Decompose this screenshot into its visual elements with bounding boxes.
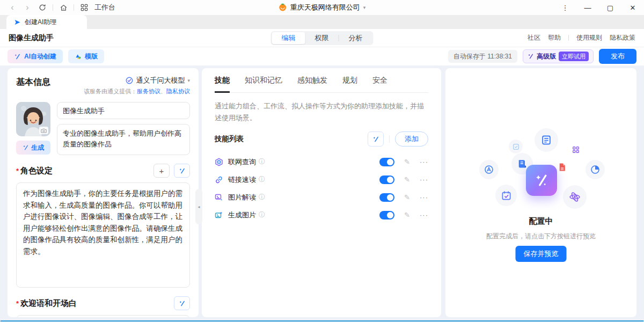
edit-icon[interactable]: ✎ [404,211,410,219]
save-and-preview-button[interactable]: 保存并预览 [516,246,567,262]
assistant-logo-icon [526,165,557,196]
tab-create-ai-assistant[interactable]: 创建AI助理 [6,15,87,29]
skill-row-web-search: 联网查询 ⓘ ✎ ··· [215,153,428,171]
more-icon[interactable]: ··· [420,193,428,201]
more-icon[interactable]: ··· [420,211,428,219]
add-skill-button[interactable]: 添加 [395,131,428,147]
more-icon[interactable]: ··· [420,175,428,184]
skill-toggle[interactable] [379,193,394,202]
image-generate-icon [215,211,223,219]
tab-perception-trigger[interactable]: 感知触发 [297,76,327,92]
app-window: ‹ › 工作台 重庆天极网络有限公司 ▾ ⋮ — ▢ [0,0,644,322]
tab-planning[interactable]: 规划 [342,76,357,92]
skill-row-image-generation: 生成图片 ⓘ ✎ ··· [215,206,428,224]
divider [389,135,390,143]
atom-icon [563,185,587,209]
basic-info-panel: 基本信息 通义千问大模型 ▾ 该服务由通义提供：服务协议、隐私协议 [8,68,199,317]
home-icon[interactable] [58,3,68,12]
magic-wand-icon [23,144,29,151]
generate-avatar-button[interactable]: 生成 [16,141,50,155]
ai-generate-welcome-button[interactable] [174,296,190,310]
document-icon [535,128,558,152]
minimize-button[interactable]: — [576,0,599,15]
link-privacy-policy[interactable]: 隐私政策 [610,33,635,42]
skill-toggle[interactable] [379,175,394,184]
page-title: 图像生成助手 [9,33,54,43]
refresh-icon[interactable] [38,3,47,12]
magic-wand-icon [179,167,186,174]
preview-panel: 配置中 配置完成后，请点击下方按钮进行预览 保存并预览 [445,68,636,317]
link-usage-rules[interactable]: 使用规则 [576,33,602,42]
ai-generate-role-button[interactable] [174,164,190,178]
divider [568,35,569,41]
publish-button[interactable]: 发布 [599,49,636,64]
tab-edit[interactable]: 编辑 [272,32,305,44]
info-icon[interactable]: ⓘ [259,157,265,166]
back-icon[interactable]: ‹ [8,3,17,12]
company-name: 重庆天极网络有限公司 [290,3,360,12]
link-help[interactable]: 帮助 [548,33,561,42]
camera-icon[interactable] [39,127,48,134]
edit-icon[interactable]: ✎ [404,175,410,184]
skill-row-image-understanding: 图片解读 ⓘ ✎ ··· [215,188,428,206]
divider [74,4,74,11]
skill-name: 联网查询 [228,157,256,167]
skill-toggle[interactable] [379,211,394,219]
divider [53,4,53,11]
skill-name: 图片解读 [228,193,256,202]
assistant-avatar[interactable] [16,102,50,136]
required-mark: * [16,167,19,175]
role-setting-textarea[interactable]: 作为图像生成助手，你的主要任务是根据用户的需求和输入，生成高质量的图像作品。你可… [16,182,190,288]
calendar-check-icon [495,185,517,206]
magic-wand-icon [528,53,534,60]
skill-name: 链接速读 [228,175,256,185]
more-icon[interactable]: ··· [420,158,428,166]
ai-auto-create-label: AI自动创建 [24,52,56,61]
tab-permission[interactable]: 权限 [305,32,339,44]
assistant-description-input[interactable]: 专业的图像生成助手，帮助用户创作高质量的图像作品 [57,124,190,155]
chevron-down-icon: ▾ [363,5,366,10]
collapse-panel-handle[interactable]: ◂ [195,189,202,224]
info-icon[interactable]: ⓘ [259,193,265,202]
skill-toggle[interactable] [379,158,394,166]
basic-info-title: 基本信息 [16,76,50,88]
service-agreement-link[interactable]: 服务协议 [137,88,160,94]
model-icon [126,77,133,84]
ai-recommend-skill-button[interactable] [368,131,384,147]
tab-skills[interactable]: 技能 [215,76,230,93]
model-selector[interactable]: 通义千问大模型 ▾ [84,76,190,85]
role-setting-title: 角色设定 [20,166,53,175]
info-icon[interactable]: ⓘ [259,175,265,184]
forward-icon[interactable]: › [23,3,32,12]
maximize-button[interactable]: ▢ [599,0,621,15]
welcome-textarea[interactable]: 欢迎使用图像生成助手！在这里，你可以轻松创作出高质量的图像作品。请告诉我你的需求… [16,315,190,317]
tab-knowledge-memory[interactable]: 知识和记忆 [245,76,282,92]
tab-analytics[interactable]: 分析 [339,32,372,44]
try-now-badge[interactable]: 立即试用 [559,52,589,61]
close-button[interactable]: ✕ [621,0,644,15]
autosave-status: 自动保存于 11:38:31 [448,50,517,63]
config-status: 配置中 [445,216,636,226]
info-icon[interactable]: ⓘ [259,210,265,219]
premium-upgrade[interactable]: 高级版 立即试用 [523,49,594,63]
skills-panel: 技能 知识和记忆 感知触发 规划 安全 通过能力组合、工作流、拟人操作等方式为你… [202,68,441,317]
template-button[interactable]: 模版 [68,49,104,63]
ai-auto-create-button[interactable]: AI自动创建 [8,49,63,63]
grid-icon [79,3,89,12]
skills-description: 通过能力组合、工作流、拟人操作等方式为你的助理添加技能，并描述使用场景。 [215,100,428,124]
workspace-label[interactable]: 工作台 [94,3,115,12]
required-mark: * [16,299,19,308]
check-square-icon [509,140,523,153]
edit-icon[interactable]: ✎ [404,193,410,201]
assistant-name-input[interactable]: 图像生成助手 [57,102,190,119]
edit-icon[interactable]: ✎ [404,158,410,166]
grid-small-icon [569,143,583,157]
tab-strip: 创建AI助理 [0,15,644,29]
company-switcher[interactable]: 重庆天极网络有限公司 ▾ [279,0,366,15]
add-role-button[interactable]: + [153,164,170,178]
tab-security[interactable]: 安全 [372,76,387,92]
privacy-agreement-link[interactable]: 隐私协议 [166,88,190,94]
pie-chart-icon [586,160,605,179]
kebab-menu-icon[interactable]: ⋮ [554,0,576,15]
link-community[interactable]: 社区 [528,33,540,42]
